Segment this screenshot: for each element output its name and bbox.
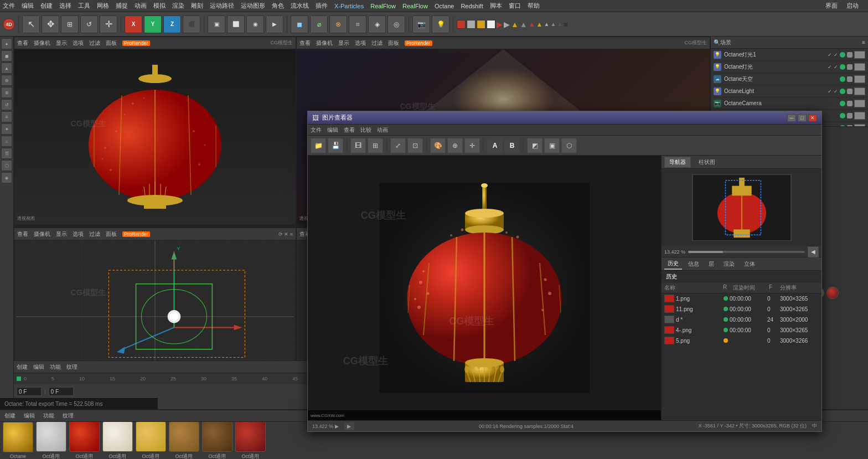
dialog-tool-channel-r[interactable]: 🎨 [430,138,446,153]
camera-btn[interactable]: 📷 [412,16,430,33]
sidebar-btn-7[interactable]: ≡ [1,111,12,122]
material-item-octane[interactable]: Octane [3,422,33,459]
cube-obj[interactable]: ◼ [291,16,308,33]
vp-bl-menu-view[interactable]: 查看 [17,230,28,238]
image-canvas[interactable]: CG模型生 CG模型生 CG模型生 [308,156,661,420]
dialog-status-play[interactable]: ▶ [344,422,354,430]
menu-redshift[interactable]: Redshift [461,3,483,9]
effector-obj[interactable]: ◈ [368,16,386,33]
menu-mesh[interactable]: 网格 [97,2,109,10]
history-item-4[interactable]: 4-.png 00:00:00 0 3000×3265 [662,325,822,336]
scene-item-octane-light-obj[interactable]: 💡 OctaneLight ✓ ✓ [711,85,868,97]
dialog-tool-b[interactable]: B [504,138,520,153]
deform-obj[interactable]: ⌗ [349,16,366,33]
scene-item-check-4[interactable]: ✓ [834,64,838,70]
zoom-slider[interactable] [688,251,805,253]
material-item-oct-gen-5[interactable]: Oct通用 [169,422,199,459]
sidebar-btn-4[interactable]: ⊕ [1,75,12,86]
vp-tr-menu-panel[interactable]: 面板 [388,39,399,47]
sidebar-btn-5[interactable]: ⊗ [1,87,12,98]
vp-tl-menu-camera[interactable]: 摄像机 [34,39,50,47]
vp-bl-menu-options[interactable]: 选项 [73,230,84,238]
sidebar-btn-12[interactable]: ◈ [1,172,12,183]
start-frame-input[interactable] [49,387,74,396]
sidebar-btn-9[interactable]: ⌂ [1,136,12,147]
vp-tl-prorender[interactable]: ProRender [122,40,150,46]
dialog-menu-view[interactable]: 查看 [344,126,355,134]
menu-snap[interactable]: 捕捉 [116,2,128,10]
vp-tl-menu-display[interactable]: 显示 [56,39,67,47]
interface-btn[interactable]: 界面 [825,2,838,10]
sidebar-btn-10[interactable]: ☰ [1,148,12,159]
world-axis[interactable]: ⬛ [183,16,200,33]
menu-pipeline[interactable]: 流水线 [291,2,309,10]
color-swatch-red[interactable] [457,20,466,29]
mat-menu-function[interactable]: 功能 [43,412,54,420]
scene-item-check-6[interactable]: ✓ [834,89,838,94]
menu-sculpt[interactable]: 雕刻 [191,2,203,10]
nav-arrow-left[interactable]: ◀ [808,246,819,257]
render-obj[interactable]: ◉ [246,16,264,33]
vp-tl-menu-options[interactable]: 选项 [73,39,84,47]
menu-mograph[interactable]: 运动图形 [241,2,265,10]
sidebar-btn-8[interactable]: ✦ [1,123,12,135]
dialog-tool-crosshair[interactable]: ✛ [464,138,480,153]
layer-tab[interactable]: 层 [705,259,717,269]
dialog-menu-edit[interactable]: 编辑 [327,126,338,134]
mat-menu-create[interactable]: 创建 [4,412,16,420]
menu-file[interactable]: 文件 [3,2,15,10]
menu-script[interactable]: 脚本 [490,2,502,10]
vp-tl-menu-filter[interactable]: 过滤 [89,39,100,47]
history-item-2[interactable]: 11.png 00:00:00 0 3000×3265 [662,304,822,314]
scene-item-octane-sky[interactable]: ☁ Octane天空 [711,73,868,85]
material-item-oct-gen-3[interactable]: Oct通用 [102,422,133,459]
dialog-tool-save[interactable]: 💾 [328,138,343,153]
menu-create[interactable]: 创建 [40,2,53,10]
menu-simulate[interactable]: 模拟 [153,2,166,10]
x-axis[interactable]: X [125,16,142,33]
menu-render[interactable]: 渲染 [172,2,184,10]
render-preview[interactable]: ▣ [208,16,225,33]
vp-bl-menu-filter[interactable]: 过滤 [89,230,100,238]
dialog-tool-open[interactable]: 📁 [311,138,326,153]
timeline-menu-edit[interactable]: 编辑 [33,363,44,371]
material-item-oct-gen-4[interactable]: Oct通用 [136,422,166,459]
menu-xparticles[interactable]: X-Particles [334,3,364,9]
scene-item-check-2[interactable]: ✓ [834,52,838,58]
material-btn[interactable]: ◎ [388,16,405,33]
viewport-bottom-left[interactable]: 查看 摄像机 显示 选项 过滤 面板 ProRender ⟳ ✕ ≡ [14,228,296,377]
menu-tools[interactable]: 工具 [78,2,90,10]
scene-item-check-1[interactable]: ✓ [828,52,832,58]
light-btn[interactable]: 💡 [432,16,450,33]
menu-plugins[interactable]: 插件 [316,2,328,10]
vp-tl-menu-view[interactable]: 查看 [17,39,28,47]
scene-item-octane-light[interactable]: 💡 Octane灯光 ✓ ✓ [711,61,868,73]
vp-tl-menu-panel[interactable]: 面板 [106,39,117,47]
dialog-minimize-btn[interactable]: ─ [787,114,796,122]
scale-tool[interactable]: ⊞ [61,16,79,33]
material-item-oct-gen-6[interactable]: Oct通用 [202,422,232,459]
scene-item-check-5[interactable]: ✓ [828,89,832,94]
render-active[interactable]: ▶ [266,16,283,33]
material-item-oct-gen-2[interactable]: Oct通用 [69,422,100,459]
color-swatch-gold[interactable] [477,20,485,29]
dialog-tool-a[interactable]: A [487,138,503,153]
menu-window[interactable]: 窗口 [509,2,521,10]
history-item-3[interactable]: d * 00:00:00 24 3000×2000 [662,314,822,325]
dialog-close-btn[interactable]: ✕ [808,114,817,122]
menu-help[interactable]: 帮助 [528,2,540,10]
render-region[interactable]: ⬜ [227,16,245,33]
add-tool[interactable]: ✛ [100,16,117,33]
mat-menu-texture[interactable]: 纹理 [63,412,74,420]
vp-tr-menu-options[interactable]: 选项 [355,39,366,47]
dialog-tool-grid[interactable]: ⊞ [368,138,383,153]
render-tab[interactable]: 渲染 [720,259,738,269]
menu-octane[interactable]: Octane [435,3,454,9]
dialog-menu-anim[interactable]: 动画 [377,126,388,134]
history-item-1[interactable]: 1.png 00:00:00 0 3000×3265 [662,293,822,304]
y-axis[interactable]: Y [144,16,162,33]
menu-realflow1[interactable]: RealFlow [370,3,396,9]
startup-btn[interactable]: 启动 [846,2,859,10]
vp-tr-menu-display[interactable]: 显示 [338,39,349,47]
color-swatch-gray[interactable] [467,20,476,29]
